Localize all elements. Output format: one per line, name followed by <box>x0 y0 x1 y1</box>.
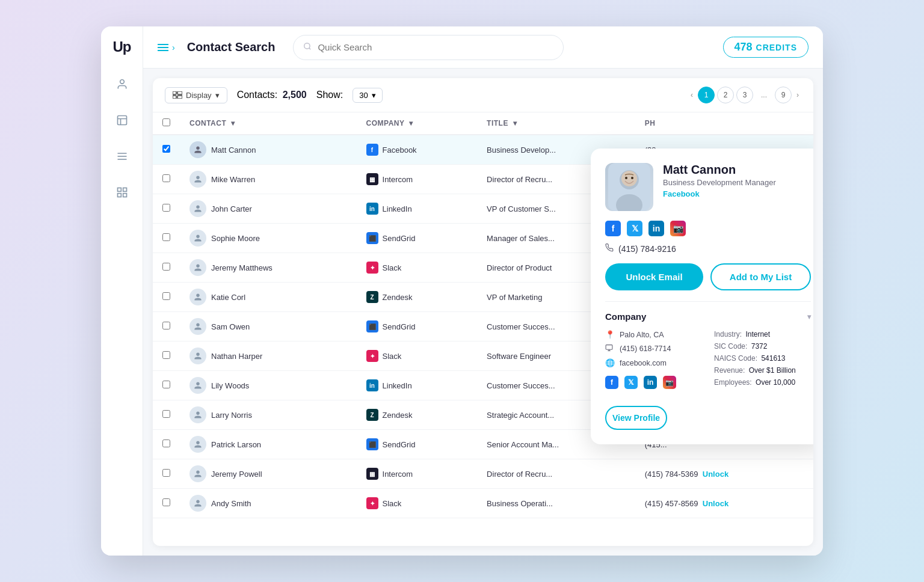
row-checkbox[interactable] <box>162 263 170 271</box>
row-checkbox-cell[interactable] <box>153 400 180 430</box>
contact-avatar <box>189 436 206 453</box>
company-collapse-icon[interactable]: ▾ <box>807 313 811 321</box>
svg-rect-11 <box>177 91 182 94</box>
table-row[interactable]: Andy Smith ✦ Slack Business Operati... (… <box>153 489 813 518</box>
sidebar-item-list[interactable] <box>111 146 133 167</box>
company-twitter-icon[interactable]: 𝕏 <box>624 376 638 389</box>
contact-cell: Matt Cannon <box>180 135 357 165</box>
profile-company-link[interactable]: Facebook <box>663 189 776 198</box>
row-checkbox[interactable] <box>162 498 170 506</box>
company-linkedin-icon[interactable]: in <box>644 376 657 389</box>
company-logo-icon: ⬛ <box>366 232 378 244</box>
contact-cell: John Carter <box>180 194 357 224</box>
title-sort-icon[interactable]: ▾ <box>513 119 517 127</box>
title-cell: Director of Recru... <box>477 459 635 489</box>
twitter-icon[interactable]: 𝕏 <box>627 221 642 236</box>
company-name: Intercom <box>383 175 413 184</box>
company-facebook-icon[interactable]: f <box>605 376 618 389</box>
sidebar-item-building[interactable] <box>111 109 133 131</box>
company-logo-icon: in <box>366 379 378 391</box>
page-title: Contact Search <box>187 40 276 54</box>
search-bar[interactable] <box>293 35 564 60</box>
row-checkbox-cell[interactable] <box>153 430 180 459</box>
company-employees: Employees: Over 10,000 <box>714 378 811 387</box>
row-checkbox[interactable] <box>162 145 170 153</box>
page-2-button[interactable]: 2 <box>717 87 734 103</box>
website-icon: 🌐 <box>605 358 615 367</box>
row-checkbox-cell[interactable] <box>153 135 180 165</box>
contact-name-text: Larry Norris <box>211 411 252 420</box>
contact-sort-icon[interactable]: ▾ <box>231 119 235 127</box>
sidebar: Up <box>101 26 143 556</box>
menu-button[interactable]: › <box>158 43 175 52</box>
row-checkbox[interactable] <box>162 469 170 477</box>
unlock-button[interactable]: Unlock <box>700 499 728 508</box>
row-checkbox[interactable] <box>162 322 170 329</box>
unlock-email-button[interactable]: Unlock Email <box>605 263 703 290</box>
row-checkbox[interactable] <box>162 204 170 212</box>
row-checkbox-cell[interactable] <box>153 459 180 489</box>
page-9-button[interactable]: 9 <box>775 87 792 103</box>
company-name: Intercom <box>383 470 413 479</box>
row-checkbox-cell[interactable] <box>153 489 180 518</box>
company-name: LinkedIn <box>383 204 412 213</box>
company-logo-icon: ✦ <box>366 262 378 274</box>
row-checkbox-cell[interactable] <box>153 194 180 224</box>
add-to-list-button[interactable]: Add to My List <box>710 263 811 290</box>
next-page-button[interactable]: › <box>794 88 801 102</box>
row-checkbox[interactable] <box>162 233 170 241</box>
svg-rect-12 <box>173 96 176 99</box>
linkedin-icon[interactable]: in <box>648 221 664 236</box>
contact-name-text: Lily Woods <box>211 381 249 390</box>
action-buttons: Unlock Email Add to My List <box>605 263 811 290</box>
row-checkbox[interactable] <box>162 381 170 388</box>
facebook-icon[interactable]: f <box>605 221 621 236</box>
table-row[interactable]: Jeremy Powell ▦ Intercom Director of Rec… <box>153 459 813 489</box>
row-checkbox-cell[interactable] <box>153 312 180 342</box>
company-instagram-icon[interactable]: 📷 <box>663 376 676 389</box>
search-input[interactable] <box>318 42 553 52</box>
show-select[interactable]: 30 ▾ <box>353 88 382 103</box>
company-sort-icon[interactable]: ▾ <box>409 119 413 127</box>
display-button[interactable]: Display ▾ <box>165 87 227 103</box>
instagram-icon[interactable]: 📷 <box>670 221 686 236</box>
svg-point-17 <box>621 171 637 186</box>
company-name: Zendesk <box>383 293 413 302</box>
title-cell: Business Operati... <box>477 489 635 518</box>
company-logo-icon: ▦ <box>366 173 378 185</box>
header: › Contact Search 478 CREDITS <box>143 26 823 69</box>
row-checkbox[interactable] <box>162 351 170 359</box>
row-checkbox[interactable] <box>162 410 170 418</box>
row-checkbox-cell[interactable] <box>153 371 180 400</box>
sidebar-item-user[interactable] <box>111 73 133 95</box>
checkbox-header[interactable] <box>153 112 180 135</box>
company-logo-icon: ▦ <box>366 468 378 480</box>
prev-page-button[interactable]: ‹ <box>688 88 695 102</box>
contact-name-text: Sam Owen <box>211 322 250 331</box>
row-checkbox-cell[interactable] <box>153 224 180 253</box>
view-profile-button[interactable]: View Profile <box>605 406 667 430</box>
select-all-checkbox[interactable] <box>162 118 170 126</box>
credits-label: CREDITS <box>756 43 797 52</box>
contact-cell: Jeremy Matthews <box>180 253 357 283</box>
row-checkbox-cell[interactable] <box>153 283 180 312</box>
search-icon <box>303 42 312 52</box>
page-3-button[interactable]: 3 <box>736 87 753 103</box>
row-checkbox-cell[interactable] <box>153 253 180 283</box>
company-logo-icon: ⬛ <box>366 320 378 332</box>
contact-avatar <box>189 406 206 423</box>
company-cell: ✦ Slack <box>357 253 478 283</box>
profile-avatar <box>605 163 653 211</box>
row-checkbox[interactable] <box>162 174 170 182</box>
page-1-button[interactable]: 1 <box>698 87 715 103</box>
company-name: LinkedIn <box>383 381 412 390</box>
row-checkbox-cell[interactable] <box>153 342 180 371</box>
row-checkbox[interactable] <box>162 440 170 447</box>
row-checkbox-cell[interactable] <box>153 165 180 194</box>
row-checkbox[interactable] <box>162 292 170 300</box>
sidebar-item-grid[interactable] <box>111 182 133 203</box>
company-name: Slack <box>383 263 402 272</box>
contacts-number: 2,500 <box>283 90 307 100</box>
company-industry: Industry: Internet <box>714 330 811 338</box>
unlock-button[interactable]: Unlock <box>700 470 728 479</box>
